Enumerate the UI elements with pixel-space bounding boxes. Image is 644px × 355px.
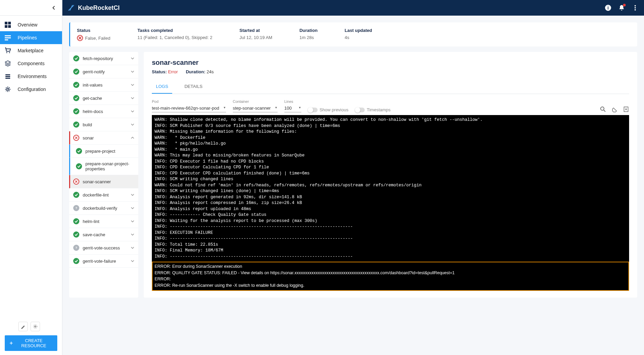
- svg-point-8: [9, 52, 10, 53]
- container-select[interactable]: Container step-sonar-scanner: [233, 99, 278, 112]
- tab-details[interactable]: DETAILS: [180, 81, 206, 94]
- task-item-helm-docs[interactable]: helm-docs: [69, 105, 138, 118]
- svg-point-7: [6, 52, 7, 53]
- show-previous-toggle[interactable]: Show previous: [308, 107, 348, 112]
- task-name: sonar-scanner: [83, 179, 134, 184]
- brand-title: KubeRocketCI: [78, 4, 120, 12]
- nav-label: Configuration: [18, 87, 46, 92]
- task-item-sonar-scanner[interactable]: sonar-scanner: [69, 175, 138, 188]
- success-icon: [73, 95, 79, 101]
- nav-components[interactable]: Components: [0, 57, 62, 70]
- task-item-get-cache[interactable]: get-cache: [69, 92, 138, 105]
- svg-rect-3: [8, 25, 11, 28]
- task-item-gerrit-vote-success[interactable]: ?gerrit-vote-success: [69, 241, 138, 255]
- task-name: fetch-repository: [83, 56, 127, 61]
- gear-icon: [5, 86, 11, 92]
- chevron-down-icon[interactable]: [131, 220, 134, 222]
- task-item-dockerbuild-verify[interactable]: ?dockerbuild-verify: [69, 202, 138, 215]
- task-item-sonar[interactable]: sonar: [69, 131, 138, 145]
- download-icon[interactable]: [623, 106, 629, 112]
- task-item-init-values[interactable]: init-values: [69, 78, 138, 92]
- updated-label: Last updated: [345, 28, 372, 33]
- chevron-down-icon[interactable]: [131, 97, 134, 99]
- svg-point-13: [35, 326, 36, 327]
- nav-environments[interactable]: Environments: [0, 70, 62, 83]
- svg-text:?: ?: [75, 206, 77, 210]
- tab-logs[interactable]: LOGS: [152, 81, 172, 94]
- chevron-down-icon[interactable]: [131, 207, 134, 209]
- log-console[interactable]: WARN: Shallow clone detected, no blame i…: [152, 115, 629, 262]
- create-label: CREATE RESOURCE: [15, 338, 53, 348]
- nav-overview[interactable]: Overview: [0, 18, 62, 31]
- log-errors[interactable]: ERROR: Error during SonarScanner executi…: [152, 262, 629, 291]
- chevron-up-icon[interactable]: [131, 137, 134, 139]
- notification-dot: [623, 4, 626, 6]
- task-item-gerrit-notify[interactable]: gerrit-notify: [69, 65, 138, 78]
- task-name: init-values: [83, 82, 127, 88]
- task-item-helm-lint[interactable]: helm-lint: [69, 215, 138, 228]
- svg-rect-4: [5, 35, 11, 36]
- chevron-down-icon[interactable]: [131, 233, 134, 236]
- create-resource-button[interactable]: CREATE RESOURCE: [5, 335, 57, 351]
- chevron-down-icon[interactable]: [131, 110, 134, 112]
- pending-icon: ?: [73, 245, 79, 251]
- settings-icon-button[interactable]: [31, 322, 40, 331]
- lines-select[interactable]: Lines 100: [284, 99, 301, 112]
- tool-icon-button[interactable]: [18, 322, 28, 331]
- chevron-down-icon[interactable]: [131, 71, 134, 73]
- task-item-fetch-repository[interactable]: fetch-repository: [69, 52, 138, 65]
- pipeline-status-card: Status False, Failed Tasks completed 11 …: [69, 22, 637, 46]
- task-item-save-cache[interactable]: save-cache: [69, 228, 138, 241]
- svg-rect-11: [5, 78, 10, 79]
- svg-rect-1: [8, 22, 11, 24]
- error-icon: [73, 135, 79, 141]
- svg-rect-5: [5, 37, 11, 38]
- task-item-gerrit-vote-failure[interactable]: gerrit-vote-failure: [69, 255, 138, 268]
- pending-icon: ?: [73, 205, 79, 211]
- tasks-label: Tasks completed: [137, 28, 212, 33]
- chevron-down-icon[interactable]: [131, 124, 134, 126]
- log-controls: Pod test-main-review-662qn-sonar-pod Con…: [152, 99, 629, 112]
- task-item-prepare-sonar-project-properties[interactable]: prepare-sonar-project-properties: [69, 158, 138, 175]
- brand-icon: [68, 4, 75, 11]
- sidebar-collapse-button[interactable]: [0, 0, 62, 16]
- timestamps-toggle[interactable]: Timestamps: [355, 107, 390, 112]
- nav-label: Marketplace: [18, 48, 43, 53]
- svg-rect-9: [5, 74, 10, 75]
- svg-rect-6: [5, 39, 8, 40]
- chevron-down-icon[interactable]: [131, 194, 134, 196]
- svg-point-19: [635, 9, 636, 11]
- error-icon: [77, 35, 83, 41]
- task-name: gerrit-notify: [83, 69, 127, 74]
- clear-icon[interactable]: [611, 106, 618, 112]
- search-icon[interactable]: [600, 106, 606, 112]
- success-icon: [73, 55, 79, 61]
- more-icon[interactable]: [632, 4, 639, 11]
- chevron-down-icon[interactable]: [131, 247, 134, 249]
- info-icon[interactable]: i: [605, 4, 611, 11]
- task-item-prepare-project[interactable]: prepare-project: [69, 145, 138, 158]
- chevron-down-icon[interactable]: [131, 57, 134, 59]
- updated-value: 4s: [345, 35, 372, 40]
- chevron-down-icon[interactable]: [131, 84, 134, 86]
- task-name: dockerbuild-verify: [83, 206, 127, 211]
- success-icon: [76, 163, 82, 169]
- task-item-dockerfile-lint[interactable]: dockerfile-lint: [69, 188, 138, 202]
- nav-marketplace[interactable]: Marketplace: [0, 44, 62, 57]
- success-icon: [73, 82, 79, 88]
- notifications-icon[interactable]: [618, 4, 625, 11]
- task-name: sonar: [83, 135, 127, 141]
- pod-select[interactable]: Pod test-main-review-662qn-sonar-pod: [152, 99, 226, 112]
- task-name: save-cache: [83, 232, 127, 237]
- nav-pipelines[interactable]: Pipelines: [0, 31, 62, 44]
- svg-point-18: [635, 7, 636, 8]
- task-name: helm-docs: [83, 109, 127, 114]
- success-icon: [73, 258, 79, 264]
- svg-point-17: [635, 5, 636, 6]
- chevron-down-icon[interactable]: [131, 260, 134, 262]
- success-icon: [73, 192, 79, 198]
- nav-configuration[interactable]: Configuration: [0, 83, 62, 96]
- task-item-build[interactable]: build: [69, 118, 138, 131]
- task-name: gerrit-vote-success: [83, 245, 127, 250]
- stack-icon: [5, 73, 11, 79]
